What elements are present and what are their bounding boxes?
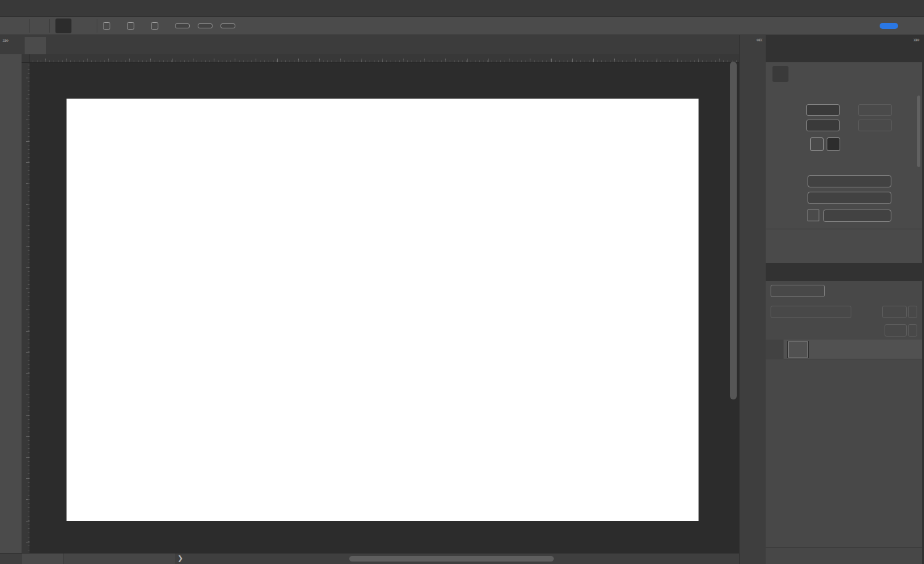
status-bar: ❯ [0, 553, 739, 564]
opacity-value[interactable] [882, 306, 907, 318]
titlebar [0, 0, 924, 17]
horizontal-scrollbar[interactable] [349, 556, 554, 562]
vertical-scrollbar[interactable] [730, 62, 737, 399]
height-input[interactable] [806, 120, 840, 131]
checkbox-icon [103, 22, 110, 30]
vertical-guide[interactable] [204, 62, 205, 553]
blend-mode-select[interactable] [771, 306, 851, 318]
layer-row-background[interactable] [766, 340, 922, 359]
right-panel-column: »» [766, 35, 924, 564]
close-window-button[interactable] [4, 4, 12, 12]
x-input[interactable] [858, 104, 892, 116]
layer-filter-kind-select[interactable] [771, 285, 825, 297]
zoom-out-button[interactable] [75, 18, 91, 33]
zoom-window-button[interactable] [29, 4, 37, 12]
scrubby-zoom-checkbox[interactable] [151, 22, 163, 30]
properties-panel [766, 62, 922, 263]
checkbox-icon [127, 22, 134, 30]
horizontal-guide[interactable] [30, 206, 727, 207]
share-button[interactable] [880, 23, 898, 29]
landscape-orientation-button[interactable] [827, 137, 840, 151]
fit-screen-button[interactable] [198, 23, 213, 28]
zoom-level-field[interactable] [175, 23, 190, 28]
expand-panels-icon[interactable]: «« [756, 36, 761, 43]
collapse-panels-icon[interactable]: »» [914, 36, 918, 43]
layers-bottom-toolbar [766, 547, 922, 564]
collapsed-panel-strip: «« [739, 35, 766, 564]
fill-value[interactable] [885, 324, 907, 337]
checkbox-icon [151, 22, 158, 30]
minimize-window-button[interactable] [17, 4, 25, 12]
photoshop-window: »» «« »» [0, 0, 924, 564]
fill-screen-button[interactable] [221, 23, 235, 28]
fill-stepper[interactable] [908, 324, 917, 337]
vertical-ruler[interactable] [22, 63, 30, 553]
options-bar [0, 17, 924, 35]
status-options-chevron[interactable]: ❯ [177, 554, 183, 562]
bit-depth-select[interactable] [808, 192, 891, 204]
tab-overflow-icon[interactable]: »» [2, 36, 7, 44]
zoom-all-windows-checkbox[interactable] [127, 22, 139, 30]
y-input[interactable] [858, 120, 892, 131]
fill-select[interactable] [823, 210, 891, 222]
status-zoom-field[interactable] [22, 554, 63, 564]
opacity-stepper[interactable] [908, 306, 917, 318]
layer-thumbnail[interactable] [788, 341, 808, 358]
ruler-origin-corner[interactable] [22, 54, 30, 63]
home-button[interactable] [7, 18, 23, 33]
document-canvas[interactable] [67, 99, 699, 521]
document-tab-bar: »» [0, 35, 739, 54]
canvas-area [22, 54, 739, 553]
portrait-orientation-button[interactable] [810, 137, 824, 151]
document-type-icon [772, 66, 788, 82]
color-mode-select[interactable] [808, 175, 891, 187]
fill-color-swatch[interactable] [808, 210, 819, 221]
resize-windows-checkbox[interactable] [103, 22, 115, 30]
width-input[interactable] [806, 104, 840, 116]
zoom-in-button[interactable] [55, 18, 71, 33]
properties-scrollbar[interactable] [917, 96, 920, 167]
layers-panel [766, 281, 922, 564]
tool-column [0, 54, 22, 553]
document-tab[interactable] [25, 37, 46, 54]
horizontal-ruler[interactable] [22, 54, 739, 63]
status-doc-info [64, 554, 175, 564]
